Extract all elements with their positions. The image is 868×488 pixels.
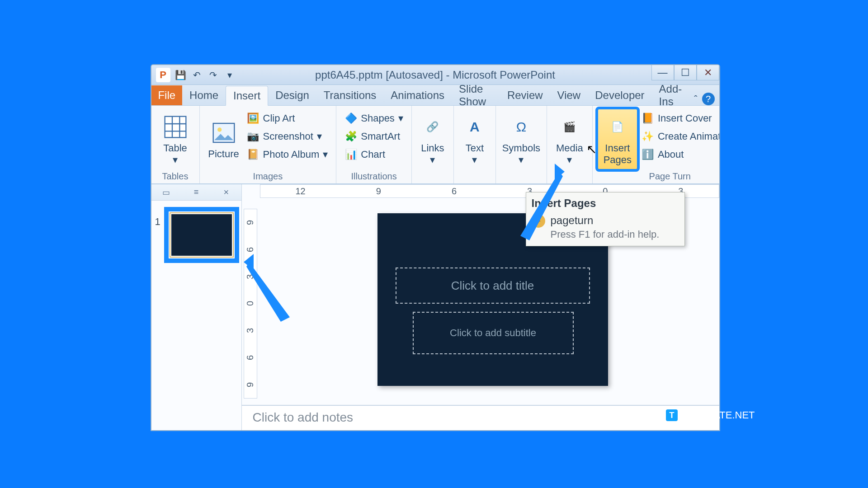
picture-icon <box>211 120 236 145</box>
slides-panel: ▭ ≡ × 1 <box>151 184 242 430</box>
group-text: A Text ▾ <box>454 106 496 183</box>
create-animations-label: Create Animations <box>658 131 720 142</box>
mouse-cursor-icon: ↖ <box>586 142 597 157</box>
chevron-down-icon: ▾ <box>430 154 435 166</box>
clipart-button[interactable]: 🖼️ Clip Art <box>245 111 330 126</box>
chevron-down-icon: ▾ <box>398 113 403 124</box>
symbols-label: Symbols <box>502 142 540 154</box>
links-button[interactable]: 🔗 Links ▾ <box>416 108 449 170</box>
media-label: Media <box>556 142 583 154</box>
clipart-icon: 🖼️ <box>247 112 259 125</box>
group-pageturn-label: Page Turn <box>597 171 720 183</box>
tab-design[interactable]: Design <box>268 85 316 105</box>
watermark: T TEMPLATE.NET <box>666 409 755 421</box>
chart-button[interactable]: 📊 Chart <box>343 147 405 162</box>
slide-number: 1 <box>155 209 166 228</box>
panel-close-button[interactable]: × <box>211 184 241 200</box>
chevron-down-icon: ▾ <box>472 154 477 166</box>
panel-tab-outline[interactable]: ≡ <box>181 184 211 200</box>
symbols-button[interactable]: Ω Symbols ▾ <box>500 108 542 170</box>
create-animations-button[interactable]: ✨ Create Animations <box>640 129 720 144</box>
titlebar: P 💾 ↶ ↷ ▾ ppt6A45.pptm [Autosaved] - Mic… <box>151 65 719 85</box>
window-maximize-button[interactable]: ☐ <box>674 65 697 80</box>
svg-point-2 <box>217 127 222 131</box>
svg-marker-4 <box>246 262 290 322</box>
watermark-icon: T <box>666 409 678 421</box>
text-button[interactable]: A Text ▾ <box>458 108 491 170</box>
insert-cover-button[interactable]: 📙 Insert Cover <box>640 111 720 126</box>
qat-save-icon[interactable]: 💾 <box>175 69 187 81</box>
screenshot-button[interactable]: 📷 Screenshot ▾ <box>245 129 330 144</box>
window-close-button[interactable]: ✕ <box>697 65 719 80</box>
annotation-arrow-right <box>516 164 579 245</box>
annotation-arrow-left <box>236 254 299 326</box>
watermark-text: TEMPLATE.NET <box>680 409 755 421</box>
group-illustrations: 🔷 Shapes ▾ 🧩 SmartArt 📊 Chart <box>336 106 412 183</box>
notes-pane[interactable]: Click to add notes <box>242 405 719 430</box>
symbols-icon: Ω <box>509 114 534 140</box>
table-label: Table <box>163 142 187 154</box>
smartart-label: SmartArt <box>361 131 400 142</box>
tab-transitions[interactable]: Transitions <box>316 85 383 105</box>
smartart-button[interactable]: 🧩 SmartArt <box>343 129 405 144</box>
about-icon: ℹ️ <box>642 148 654 161</box>
screenshot-label: Screenshot <box>263 131 313 142</box>
group-images: Picture 🖼️ Clip Art 📷 Screenshot ▾ <box>200 106 337 183</box>
insert-cover-icon: 📙 <box>642 112 654 125</box>
qat-undo-icon[interactable]: ↶ <box>191 69 203 81</box>
photoalbum-button[interactable]: 📔 Photo Album ▾ <box>245 147 330 162</box>
ribbon-insert: Table ▾ Tables Picture <box>151 106 719 184</box>
thumbnail-preview <box>170 212 234 258</box>
tab-review[interactable]: Review <box>500 85 550 105</box>
picture-button[interactable]: Picture <box>204 108 243 170</box>
title-placeholder[interactable]: Click to add title <box>396 267 590 304</box>
ribbon-collapse-button[interactable]: ˆ <box>689 94 702 105</box>
table-button[interactable]: Table ▾ <box>156 108 195 170</box>
about-button[interactable]: ℹ️ About <box>640 147 720 162</box>
group-tables-label: Tables <box>156 171 195 183</box>
photoalbum-icon: 📔 <box>247 148 259 161</box>
svg-rect-0 <box>165 117 186 138</box>
tab-home[interactable]: Home <box>182 85 226 105</box>
chevron-down-icon: ▾ <box>323 149 328 160</box>
tab-insert[interactable]: Insert <box>226 86 268 106</box>
chevron-down-icon: ▾ <box>317 131 322 142</box>
shapes-icon: 🔷 <box>344 112 357 125</box>
qat-redo-icon[interactable]: ↷ <box>208 69 219 81</box>
shapes-button[interactable]: 🔷 Shapes ▾ <box>343 111 405 126</box>
tab-developer[interactable]: Developer <box>588 85 651 105</box>
insert-pages-button[interactable]: 📄 Insert Pages <box>597 108 638 170</box>
about-label: About <box>658 149 684 160</box>
window-minimize-button[interactable]: — <box>651 65 674 80</box>
tab-animations[interactable]: Animations <box>383 85 452 105</box>
tab-view[interactable]: View <box>550 85 588 105</box>
help-button[interactable]: ? <box>702 93 715 105</box>
tab-addins[interactable]: Add-Ins <box>652 85 690 105</box>
chevron-down-icon: ▾ <box>173 154 178 166</box>
group-links: 🔗 Links ▾ <box>412 106 454 183</box>
shapes-label: Shapes <box>361 113 395 124</box>
tab-slideshow[interactable]: Slide Show <box>452 85 500 105</box>
group-tables: Table ▾ Tables <box>151 106 200 183</box>
chart-label: Chart <box>361 149 385 160</box>
qat-customize-icon[interactable]: ▾ <box>224 69 236 81</box>
app-icon: P <box>156 68 170 82</box>
panel-tab-slides[interactable]: ▭ <box>151 184 181 200</box>
tab-file[interactable]: File <box>151 85 183 105</box>
links-label: Links <box>421 142 444 154</box>
media-button[interactable]: 🎬 Media ▾ <box>552 108 588 170</box>
text-icon: A <box>462 114 487 140</box>
group-images-label: Images <box>204 171 332 183</box>
insert-pages-icon: 📄 <box>605 114 630 140</box>
svg-marker-6 <box>520 172 563 240</box>
subtitle-placeholder[interactable]: Click to add subtitle <box>413 312 574 354</box>
photoalbum-label: Photo Album <box>263 149 320 160</box>
slide-thumbnail-1[interactable]: 1 <box>155 209 238 261</box>
group-links-label <box>416 171 449 183</box>
group-illustrations-label: Illustrations <box>341 171 407 183</box>
window-title: ppt6A45.pptm [Autosaved] - Microsoft Pow… <box>151 69 719 81</box>
media-icon: 🎬 <box>557 114 582 140</box>
app-window: P 💾 ↶ ↷ ▾ ppt6A45.pptm [Autosaved] - Mic… <box>151 64 720 431</box>
insert-cover-label: Insert Cover <box>658 113 712 124</box>
screenshot-icon: 📷 <box>247 130 259 143</box>
